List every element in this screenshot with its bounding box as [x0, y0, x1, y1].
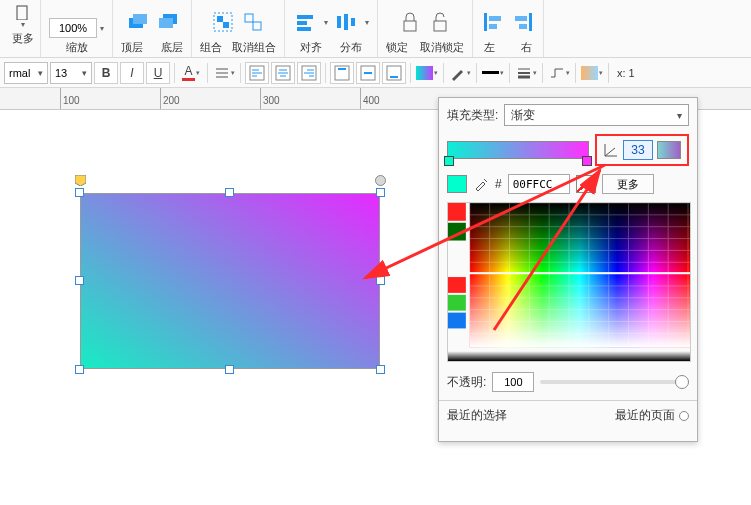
resize-handle-se[interactable]: [376, 365, 385, 374]
resize-handle-n[interactable]: [225, 188, 234, 197]
svg-rect-7: [223, 22, 229, 28]
h-align-center-button[interactable]: [271, 62, 295, 84]
svg-rect-53: [448, 203, 466, 221]
angle-highlight-box: [595, 134, 689, 166]
ungroup-icon[interactable]: [241, 10, 265, 34]
align-icon[interactable]: [293, 10, 317, 34]
distribute-icon[interactable]: [334, 10, 358, 34]
zoom-input[interactable]: [49, 18, 97, 38]
fill-popover: 填充类型: 渐变 # 更多: [438, 97, 698, 442]
angle-icon: [603, 142, 619, 158]
gradient-rectangle[interactable]: [80, 193, 380, 369]
resize-handle-ne[interactable]: [376, 188, 385, 197]
font-color-button[interactable]: A: [179, 62, 203, 84]
opacity-slider[interactable]: [540, 380, 689, 384]
svg-rect-57: [448, 313, 466, 329]
resize-handle-sw[interactable]: [75, 365, 84, 374]
fill-type-select[interactable]: 渐变: [504, 104, 689, 126]
cursor-icon: [15, 4, 31, 20]
eyedropper-icon[interactable]: [473, 176, 489, 192]
group-icon[interactable]: [211, 10, 235, 34]
resize-handle-e[interactable]: [376, 276, 385, 285]
svg-rect-58: [448, 351, 690, 361]
svg-rect-23: [519, 24, 527, 29]
resize-handle-s[interactable]: [225, 365, 234, 374]
svg-rect-54: [448, 223, 466, 241]
v-align-bottom-button[interactable]: [382, 62, 406, 84]
line-width-button[interactable]: [514, 62, 538, 84]
pencil-icon: [450, 65, 466, 81]
list-button[interactable]: [212, 62, 236, 84]
lock-icon[interactable]: [398, 10, 422, 34]
current-color-swatch[interactable]: [447, 175, 467, 193]
svg-rect-8: [245, 14, 253, 22]
svg-rect-13: [337, 16, 341, 28]
angle-input[interactable]: [623, 140, 653, 160]
opacity-input[interactable]: [492, 372, 534, 392]
rotate-handle[interactable]: [375, 175, 386, 186]
svg-rect-21: [529, 13, 532, 31]
recent-selection-label: 最近的选择: [447, 407, 507, 424]
send-back-icon[interactable]: [155, 10, 179, 34]
gradient-stop-left[interactable]: [444, 156, 454, 166]
svg-rect-2: [133, 14, 147, 24]
align-left-icon[interactable]: [481, 10, 505, 34]
h-align-right-button[interactable]: [297, 62, 321, 84]
svg-rect-18: [484, 13, 487, 31]
chevron-down-icon[interactable]: ▾: [100, 24, 104, 33]
line-style-button[interactable]: [481, 62, 505, 84]
gradient-bar[interactable]: [447, 141, 589, 159]
bring-front-icon[interactable]: [125, 10, 149, 34]
resize-handle-w[interactable]: [75, 276, 84, 285]
v-align-middle-button[interactable]: [356, 62, 380, 84]
svg-rect-4: [159, 18, 173, 28]
svg-rect-19: [489, 16, 501, 21]
style-select[interactable]: rmal: [4, 62, 48, 84]
svg-rect-11: [297, 21, 307, 25]
more-colors-button[interactable]: 更多: [602, 174, 654, 194]
zoom-label: 缩放: [66, 40, 88, 55]
svg-rect-16: [404, 21, 416, 31]
connector-button[interactable]: [547, 62, 571, 84]
v-align-top-button[interactable]: [330, 62, 354, 84]
recent-page-dot[interactable]: [679, 411, 689, 421]
underline-button[interactable]: U: [146, 62, 170, 84]
svg-rect-22: [515, 16, 527, 21]
svg-rect-55: [448, 277, 466, 293]
svg-rect-15: [351, 18, 355, 26]
font-size-select[interactable]: 13: [50, 62, 92, 84]
svg-rect-14: [344, 14, 348, 30]
angle-swatch[interactable]: [657, 141, 681, 159]
more-label: 更多: [12, 31, 34, 46]
h-align-left-button[interactable]: [245, 62, 269, 84]
recent-page-label: 最近的页面: [615, 407, 675, 424]
z-order-group: 顶层 底层: [113, 0, 192, 57]
gradient-stop-right[interactable]: [582, 156, 592, 166]
svg-rect-10: [297, 15, 313, 19]
gradient-button[interactable]: [580, 62, 604, 84]
x-coord-label: x: 1: [617, 67, 635, 79]
svg-rect-17: [434, 21, 446, 31]
svg-rect-12: [297, 27, 311, 31]
selected-shape[interactable]: [80, 193, 380, 369]
line-color-button[interactable]: [448, 62, 472, 84]
italic-button[interactable]: I: [120, 62, 144, 84]
tag-icon: [75, 175, 86, 186]
align-right-icon[interactable]: [511, 10, 535, 34]
color-palette[interactable]: [447, 202, 691, 362]
svg-rect-0: [17, 6, 27, 20]
svg-rect-6: [217, 16, 223, 22]
bold-button[interactable]: B: [94, 62, 118, 84]
more-dropdown[interactable]: ▾ 更多: [6, 0, 41, 57]
unlock-icon[interactable]: [428, 10, 452, 34]
no-fill-swatch[interactable]: [576, 175, 596, 193]
svg-marker-48: [75, 175, 86, 186]
resize-handle-nw[interactable]: [75, 188, 84, 197]
hex-input[interactable]: [508, 174, 570, 194]
svg-rect-9: [253, 22, 261, 30]
opacity-label: 不透明:: [447, 374, 486, 391]
format-toolbar: rmal 13 B I U A x: 1: [0, 58, 751, 88]
fill-color-button[interactable]: [415, 62, 439, 84]
fill-type-label: 填充类型:: [447, 107, 498, 124]
svg-rect-56: [448, 295, 466, 311]
